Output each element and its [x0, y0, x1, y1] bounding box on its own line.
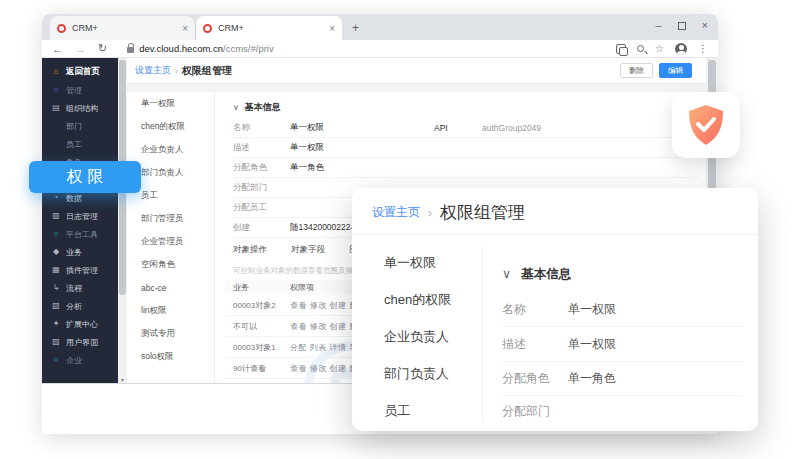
tab-close-icon[interactable]: × [182, 23, 188, 34]
sidebar-scrollbar[interactable]: ▾ [118, 58, 127, 384]
bookmark-star-icon[interactable]: ☆ [655, 43, 664, 54]
back-icon[interactable]: ← [52, 43, 63, 55]
creator-link[interactable]: 随13420000222小 [290, 222, 359, 234]
field-label: 描述 [502, 336, 568, 353]
tab[interactable]: 对象操作 [233, 244, 267, 262]
sidebar-item[interactable]: ▧ 分析 [42, 297, 118, 315]
sidebar-item-icon: ↳ [51, 283, 61, 293]
chevron-down-icon: ∨ [502, 267, 511, 281]
sidebar-item-label: 企业 [66, 355, 82, 366]
close-button[interactable]: × [702, 20, 708, 31]
list-item[interactable]: 单一权限 [127, 92, 214, 115]
new-tab-button[interactable]: + [352, 21, 359, 35]
menu-kebab-icon[interactable]: ⋮ [698, 43, 708, 54]
sidebar-item-icon: ▤ [51, 103, 61, 113]
tab-title: CRM+ [218, 23, 323, 33]
delete-button[interactable]: 删除 [620, 63, 653, 78]
breadcrumb: 设置主页 › 权限组管理 删除 编辑 [127, 58, 706, 84]
field-label: API [434, 123, 482, 133]
sidebar-item[interactable]: 部门 [42, 117, 118, 135]
list-item[interactable]: abc-ce [127, 276, 214, 299]
sidebar-item-label: 扩展中心 [66, 319, 98, 330]
sidebar-item-label: 员工 [66, 139, 82, 150]
sidebar-item[interactable]: ⌂ 返回首页 [42, 63, 118, 81]
sidebar-item[interactable]: ▨ 用户界面 [42, 333, 118, 351]
sidebar-item-label: 流程 [66, 283, 82, 294]
permission-callout-button[interactable]: 权限 [29, 161, 141, 193]
list-item[interactable]: 员工 [366, 392, 478, 429]
list-item[interactable]: 企业管理员 [127, 230, 214, 253]
browser-tab-2[interactable]: CRM+ × [196, 16, 342, 40]
field-label: 名称 [502, 301, 568, 318]
sidebar-item[interactable]: ◆ 业务 [42, 243, 118, 261]
field-row: 名称 单一权限 API authGroup2049 [233, 118, 700, 138]
maximize-button[interactable] [678, 22, 686, 30]
sidebar-item-icon: ○ [51, 229, 61, 239]
sidebar-item[interactable]: ✦ 扩展中心 [42, 315, 118, 333]
column-header: 权限项 [290, 282, 314, 293]
list-item[interactable]: chen的权限 [366, 281, 478, 318]
field-value: authGroup2049 [482, 123, 541, 133]
field-label: 分配员工 [233, 202, 290, 214]
sidebar-item[interactable]: ○ 平台工具 [42, 225, 118, 243]
field-label: 创建 [233, 222, 290, 234]
section-header[interactable]: ∨基本信息 [233, 101, 281, 114]
sidebar-item[interactable]: ▥ 日志管理 [42, 207, 118, 225]
tab[interactable]: 对象字段 [291, 244, 325, 262]
field-value: 单一权限 [290, 142, 324, 154]
forward-icon[interactable]: → [75, 43, 86, 55]
zoom-icon[interactable] [637, 45, 644, 52]
field-label: 分配部门 [233, 182, 290, 194]
list-item[interactable]: 空闲角色 [127, 253, 214, 276]
breadcrumb-separator: › [428, 206, 432, 220]
list-item[interactable]: 企业负责人 [366, 318, 478, 355]
scrollbar-down-arrow[interactable]: ▾ [118, 376, 127, 383]
url-path: /ccms/#/priv [223, 43, 274, 54]
field-value: 单一角色 [290, 162, 324, 174]
list-item[interactable]: 企业负责人 [127, 138, 214, 161]
field-row: 描述 单一权限 [502, 328, 742, 362]
crm-favicon [57, 24, 66, 33]
divider [352, 234, 758, 235]
sidebar-item[interactable]: ↳ 流程 [42, 279, 118, 297]
page: CRM+ × CRM+ × + – × ← → ↻ dev.cloud.heco… [0, 0, 792, 459]
edit-button[interactable]: 编辑 [659, 63, 692, 78]
breadcrumb-home-link[interactable]: 设置主页 [135, 64, 171, 77]
address-bar[interactable]: dev.cloud.hecom.cn/ccms/#/priv [139, 43, 273, 54]
minimize-button[interactable]: – [655, 20, 661, 31]
divider [482, 246, 483, 423]
sidebar-item[interactable]: ○ 企业 [42, 351, 118, 369]
list-item[interactable]: 部门负责人 [366, 355, 478, 392]
sidebar-item-label: 插件管理 [66, 265, 98, 276]
list-item[interactable]: 测试专用 [127, 322, 214, 345]
profile-avatar[interactable] [675, 43, 687, 55]
field-row: 分配角色 单一角色 [233, 158, 700, 178]
sidebar-item[interactable]: 员工 [42, 135, 118, 153]
sidebar-item[interactable]: ○ 管理 [42, 81, 118, 99]
sidebar-item[interactable]: ▦ 插件管理 [42, 261, 118, 279]
translate-icon[interactable] [616, 44, 626, 54]
field-value: 单一角色 [568, 370, 616, 387]
list-item[interactable]: solo权限 [127, 345, 214, 368]
sidebar-item-icon: ○ [51, 85, 61, 95]
list-item[interactable]: chen的权限 [127, 115, 214, 138]
object-name: 不可以 [225, 321, 290, 332]
breadcrumb-home-link[interactable]: 设置主页 [372, 204, 420, 221]
sidebar-item-icon: ◆ [51, 247, 61, 257]
chevron-down-icon: ∨ [233, 103, 239, 112]
list-item[interactable]: 部门管理员 [127, 207, 214, 230]
sidebar-item[interactable]: ▤ 组织结构 [42, 99, 118, 117]
browser-tab-1[interactable]: CRM+ × [50, 16, 196, 40]
tabs-hint-text: 可控制业务对象的数据查看范围及操作 [233, 266, 361, 276]
tab-close-icon[interactable]: × [329, 23, 335, 34]
section-title: 基本信息 [245, 102, 281, 112]
permission-group-list: 单一权限 chen的权限 企业负责人 部门负责人 员工 部门管理员 企业管理员 [127, 92, 215, 384]
field-label: 描述 [233, 142, 290, 154]
list-item[interactable]: lin权限 [127, 299, 214, 322]
section-header[interactable]: ∨基本信息 [502, 266, 571, 283]
sidebar-item-icon: ▥ [51, 211, 61, 221]
sidebar-item-icon: ✦ [51, 319, 61, 329]
list-item[interactable]: 单一权限 [366, 244, 478, 281]
sidebar-item-label: 返回首页 [66, 66, 100, 78]
reload-icon[interactable]: ↻ [98, 42, 107, 55]
